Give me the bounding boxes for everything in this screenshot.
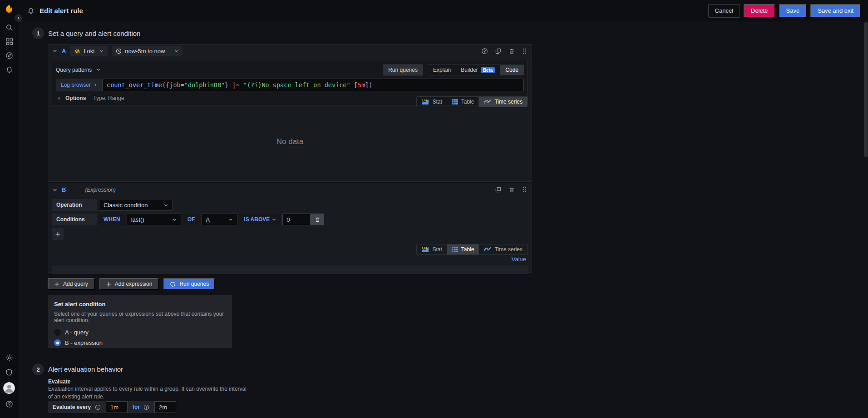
plus-icon <box>106 282 111 287</box>
chevron-down-icon <box>229 216 233 223</box>
main-content: 1 Set a query and alert condition A Loki… <box>18 21 864 418</box>
viz-timeseries-tab[interactable]: Time series <box>478 244 528 255</box>
options-summary: Type: Range <box>93 95 124 101</box>
save-and-exit-button[interactable]: Save and exit <box>810 4 861 18</box>
query-patterns-dropdown[interactable]: Query patterns <box>56 67 100 73</box>
cancel-button[interactable]: Cancel <box>708 4 740 18</box>
operation-select[interactable]: Classic condition <box>99 199 173 211</box>
drag-handle-icon[interactable] <box>522 48 527 55</box>
step-2-badge: 2 <box>32 363 44 375</box>
loki-logo-icon <box>74 48 80 54</box>
query-token: ) <box>369 81 372 89</box>
sidebar-nav-top <box>0 23 18 74</box>
duplicate-icon[interactable] <box>495 48 502 55</box>
of-segment[interactable]: OF <box>183 214 200 225</box>
options-label: Options <box>65 95 86 101</box>
for-label-box: for <box>128 401 154 413</box>
add-expression-label: Add expression <box>115 281 153 287</box>
drag-handle-icon[interactable] <box>522 186 527 193</box>
user-avatar[interactable] <box>0 382 18 394</box>
chevron-down-icon <box>164 202 168 209</box>
explore-compass-icon[interactable] <box>0 51 18 60</box>
viz-stat-tab[interactable]: 1,24 Stat <box>416 96 447 107</box>
beta-badge: Beta <box>481 67 495 73</box>
step-1-title: Set a query and alert condition <box>48 30 140 37</box>
delete-button[interactable]: Delete <box>744 4 775 18</box>
stat-icon: 1,24 <box>421 99 429 105</box>
mode-code[interactable]: Code <box>500 65 523 75</box>
timeseries-icon <box>483 247 491 252</box>
add-condition-button[interactable] <box>52 228 64 240</box>
info-icon[interactable] <box>95 404 101 410</box>
threshold-input[interactable] <box>282 214 311 225</box>
expression-ref-id[interactable]: B <box>62 186 66 193</box>
expand-sidebar-chevron-icon[interactable] <box>14 14 23 22</box>
for-duration-input[interactable] <box>154 401 176 413</box>
when-segment[interactable]: WHEN <box>99 214 125 225</box>
clock-icon <box>116 48 122 54</box>
search-icon[interactable] <box>0 23 18 32</box>
query-a-header: A Loki now-5m to now <box>48 45 532 57</box>
add-query-label: Add query <box>63 281 88 287</box>
query-token: { <box>166 81 169 89</box>
expression-b-header: B (Expression) <box>48 184 532 195</box>
logql-query-input[interactable]: count_over_time({job="dolphinDB"} |~ "(?… <box>102 79 524 91</box>
run-queries-button[interactable]: Run queries <box>163 278 215 290</box>
value-column-header[interactable]: Value <box>512 256 526 263</box>
query-ref-select[interactable]: A <box>201 214 237 225</box>
mode-explain[interactable]: Explain <box>428 65 456 75</box>
collapse-chevron-icon[interactable] <box>53 49 57 53</box>
help-icon[interactable] <box>0 399 18 408</box>
duplicate-icon[interactable] <box>495 186 502 193</box>
viz-timeseries-tab[interactable]: Time series <box>478 96 528 107</box>
admin-shield-icon[interactable] <box>0 368 18 377</box>
trash-icon[interactable] <box>508 48 515 55</box>
settings-gear-icon[interactable] <box>0 353 18 362</box>
add-expression-button[interactable]: Add expression <box>99 278 159 290</box>
svg-text:1,24: 1,24 <box>422 99 427 102</box>
query-token: ( <box>162 81 166 89</box>
datasource-name: Loki <box>84 48 94 55</box>
radio-b-expression[interactable]: B - expression <box>54 339 226 346</box>
query-a-card: A Loki now-5m to now <box>48 44 532 182</box>
radio-a-query-label: A - query <box>65 329 89 336</box>
log-browser-button[interactable]: Log browser <box>56 79 102 91</box>
trash-icon <box>315 216 321 223</box>
info-icon[interactable] <box>143 404 149 410</box>
query-help-icon[interactable] <box>481 48 488 55</box>
scrollbar-thumb[interactable] <box>864 22 868 157</box>
svg-text:1,24: 1,24 <box>422 247 427 249</box>
expression-b-header-icons <box>495 186 527 193</box>
query-token: ] <box>365 81 369 89</box>
time-range-picker[interactable]: now-5m to now <box>112 46 182 56</box>
add-query-button[interactable]: Add query <box>48 278 95 290</box>
alerting-bell-icon[interactable] <box>0 65 18 74</box>
query-a-body: Query patterns Run queries Explain Build… <box>48 57 532 109</box>
sync-icon <box>170 281 176 287</box>
reducer-function-value: last() <box>131 216 144 223</box>
table-icon <box>452 99 458 104</box>
query-token: = <box>181 81 184 89</box>
viz-table-tab[interactable]: Table <box>447 244 479 255</box>
grafana-logo-icon[interactable] <box>3 3 15 16</box>
viz-stat-tab[interactable]: 1,24 Stat <box>416 244 447 255</box>
chevron-down-icon <box>174 48 178 55</box>
reducer-function-select[interactable]: last() <box>127 214 181 225</box>
run-queries-small-button[interactable]: Run queries <box>383 65 423 75</box>
collapse-chevron-icon[interactable] <box>53 188 57 192</box>
evaluator-select[interactable]: IS ABOVE <box>239 214 281 225</box>
mode-builder[interactable]: Builder Beta <box>456 65 500 75</box>
datasource-picker[interactable]: Loki <box>70 46 108 56</box>
run-queries-label: Run queries <box>179 281 209 287</box>
remove-condition-button[interactable] <box>311 214 324 225</box>
evaluate-every-input[interactable] <box>106 401 128 413</box>
alert-rule-bell-icon <box>27 7 35 15</box>
no-data-message: No data <box>48 137 532 146</box>
viz-table-tab[interactable]: Table <box>447 96 479 107</box>
evaluate-label: Evaluate <box>48 378 70 385</box>
trash-icon[interactable] <box>508 186 515 193</box>
radio-a-query[interactable]: A - query <box>54 329 226 336</box>
dashboards-icon[interactable] <box>0 37 18 46</box>
query-ref-id[interactable]: A <box>62 48 66 55</box>
save-button[interactable]: Save <box>779 4 807 18</box>
